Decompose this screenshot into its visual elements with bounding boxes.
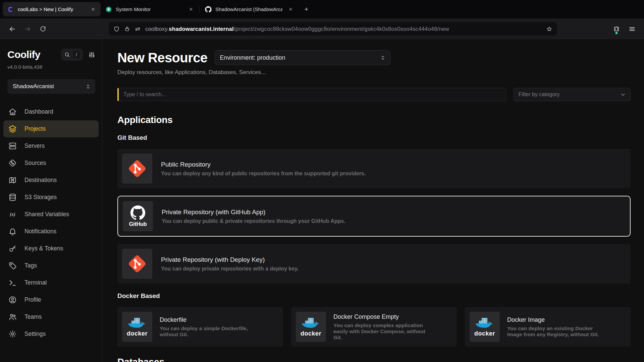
variable-icon	[8, 210, 17, 219]
sliders-icon	[88, 51, 95, 58]
tab-coolify[interactable]: coolLabs > New | Coolify	[3, 2, 101, 16]
card-title: Public Repository	[161, 161, 366, 168]
card-description: You can deploy any kind of public reposi…	[161, 171, 366, 177]
hamburger-icon	[629, 25, 636, 33]
team-selector[interactable]: ShadowArcanist	[7, 79, 95, 94]
card-title: Private Repository (with GitHub App)	[162, 208, 345, 216]
github-icon	[205, 6, 212, 13]
app-menu-button[interactable]	[626, 23, 638, 35]
docker-wordmark: docker	[127, 330, 148, 337]
tab-close-icon[interactable]	[186, 5, 195, 14]
git-diamond-icon	[8, 159, 17, 167]
sidebar-item-notifications[interactable]: Notifications	[3, 223, 99, 240]
sidebar-item-projects[interactable]: Projects	[3, 120, 99, 137]
sidebar-item-teams[interactable]: Teams	[3, 308, 99, 325]
category-filter-select[interactable]: Filter by category	[514, 88, 631, 101]
tab-title: System Monitor	[116, 6, 183, 12]
card-description: You can deploy an existing Docker Image …	[507, 325, 608, 338]
search-icon	[64, 52, 70, 58]
browser-window: coolLabs > New | Coolify System Monitor …	[0, 0, 644, 362]
lock-icon[interactable]	[124, 26, 130, 32]
forward-button[interactable]	[21, 23, 34, 35]
terminal-icon	[8, 279, 17, 287]
sidebar-filters-button[interactable]	[88, 51, 95, 58]
url-bar[interactable]: coolboxy.shadowarcanist.internal/project…	[109, 22, 557, 36]
search-shortcut-hint: /	[73, 51, 80, 58]
sidebar-item-dashboard[interactable]: Dashboard	[3, 103, 99, 120]
card-title: Docker Compose Empty	[333, 313, 434, 320]
map-icon	[8, 176, 17, 184]
reload-button[interactable]	[37, 23, 49, 35]
tab-title: coolLabs > New | Coolify	[18, 6, 85, 12]
card-private-repository-deploy-key[interactable]: Private Repository (with Deploy Key) You…	[117, 244, 631, 284]
home-icon	[8, 108, 17, 116]
sidebar-item-sources[interactable]: Sources	[3, 155, 99, 172]
permissions-icon[interactable]	[135, 26, 141, 32]
database-icon	[8, 193, 17, 201]
sidebar-item-tags[interactable]: Tags	[3, 257, 99, 274]
user-circle-icon	[8, 296, 17, 304]
tab-github[interactable]: ShadowArcanist (ShadowArcani	[200, 2, 298, 16]
plus-icon	[304, 6, 309, 12]
sidebar-item-profile[interactable]: Profile	[3, 291, 99, 308]
extension-badge-dot	[615, 32, 618, 34]
shield-icon[interactable]	[113, 26, 120, 32]
docker-wordmark: docker	[301, 330, 321, 337]
key-icon	[8, 244, 17, 253]
version-label: v4.0.0-beta.438	[7, 64, 95, 70]
tab-system-monitor[interactable]: System Monitor	[101, 2, 199, 16]
page-title: New Resource	[117, 50, 207, 65]
page-subtitle: Deploy resources, like Applications, Dat…	[117, 69, 631, 76]
url-text: coolboxy.shadowarcanist.internal/project…	[145, 26, 542, 32]
docker-based-heading: Docker Based	[117, 292, 631, 300]
browser-toolbar: coolboxy.shadowarcanist.internal/project…	[0, 18, 644, 39]
git-based-heading: Git Based	[117, 134, 631, 141]
docker-wordmark: docker	[474, 330, 495, 337]
sidebar-item-shared-variables[interactable]: Shared Variables	[3, 206, 99, 223]
sidebar-nav: Dashboard Projects Servers Sources Desti…	[3, 103, 99, 343]
sidebar-item-keys-tokens[interactable]: Keys & Tokens	[3, 240, 99, 257]
chevron-down-icon	[620, 92, 626, 98]
tab-close-icon[interactable]	[89, 5, 97, 14]
team-selector-value: ShadowArcanist	[13, 83, 54, 90]
github-logo-icon: GitHub	[123, 201, 153, 231]
app-title: Coolify	[7, 50, 40, 60]
extensions-button[interactable]	[610, 23, 623, 35]
card-public-repository[interactable]: Public Repository You can deploy any kin…	[117, 149, 631, 188]
resource-search-input[interactable]	[117, 88, 506, 101]
gear-icon	[8, 330, 17, 338]
chevron-updown-icon	[380, 55, 386, 61]
bookmark-star-icon[interactable]	[546, 26, 552, 32]
sidebar-item-terminal[interactable]: Terminal	[3, 274, 99, 291]
sidebar-item-s3-storages[interactable]: S3 Storages	[3, 189, 99, 206]
card-docker-compose-empty[interactable]: docker Docker Compose Empty You can depl…	[291, 307, 457, 347]
tab-bar: coolLabs > New | Coolify System Monitor …	[0, 0, 644, 18]
server-icon	[8, 142, 17, 150]
card-description: You can deploy complex application easil…	[333, 322, 434, 341]
card-dockerfile[interactable]: docker Dockerfile You can deploy a simpl…	[117, 307, 283, 347]
git-logo-icon	[122, 249, 152, 279]
environment-select-value: Environment: production	[220, 54, 285, 61]
sidebar-item-destinations[interactable]: Destinations	[3, 172, 99, 189]
coolify-logo-icon	[7, 6, 14, 13]
card-private-repository-github-app[interactable]: GitHub Private Repository (with GitHub A…	[117, 196, 631, 237]
coolify-app: Coolify / v4.0.0-beta.438 ShadowArcanist…	[0, 39, 644, 362]
sidebar-item-servers[interactable]: Servers	[3, 137, 99, 155]
docker-logo-icon: docker	[470, 312, 500, 342]
card-docker-image[interactable]: docker Docker Image You can deploy an ex…	[465, 307, 631, 347]
sidebar-item-settings[interactable]: Settings	[3, 325, 99, 343]
main-content: New Resource Environment: production Dep…	[102, 39, 644, 362]
back-button[interactable]	[6, 23, 18, 35]
puzzle-icon	[613, 25, 620, 32]
card-description: You can deploy private repositories with…	[161, 266, 299, 272]
card-title: Dockerfile	[160, 316, 260, 323]
github-wordmark: GitHub	[129, 221, 147, 227]
category-filter-value: Filter by category	[519, 92, 560, 98]
environment-select[interactable]: Environment: production	[215, 50, 390, 65]
chevron-updown-icon	[85, 83, 91, 90]
tab-close-icon[interactable]	[286, 5, 295, 14]
card-description: You can deploy public & private reposito…	[162, 218, 345, 224]
sidebar-search-button[interactable]: /	[61, 49, 83, 61]
new-tab-button[interactable]	[300, 3, 312, 15]
tag-icon	[8, 261, 17, 270]
